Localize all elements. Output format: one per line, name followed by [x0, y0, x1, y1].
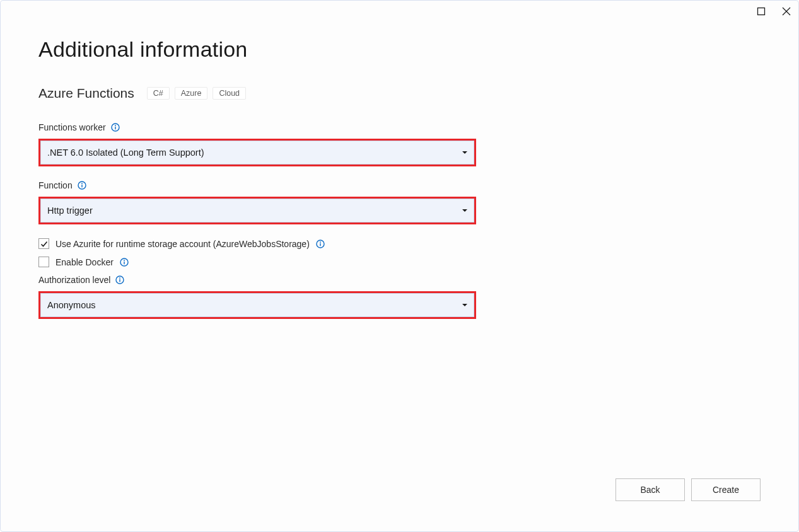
info-icon[interactable]	[120, 258, 129, 267]
authorization-level-dropdown[interactable]: Anonymous	[40, 293, 474, 317]
functions-worker-dropdown[interactable]: .NET 6.0 Isolated (Long Term Support)	[40, 141, 474, 165]
info-icon[interactable]	[78, 181, 86, 190]
svg-point-10	[320, 241, 321, 243]
chevron-down-icon	[462, 151, 467, 154]
functions-worker-value: .NET 6.0 Isolated (Long Term Support)	[47, 147, 204, 158]
svg-rect-0	[758, 8, 765, 15]
enable-docker-label: Enable Docker	[55, 257, 114, 267]
back-button-label: Back	[640, 485, 660, 495]
function-label: Function	[38, 180, 73, 190]
use-azurite-checkbox[interactable]	[38, 238, 49, 249]
authorization-level-label: Authorization level	[38, 275, 110, 285]
authorization-level-value: Anonymous	[47, 300, 96, 310]
function-value: Http trigger	[47, 205, 93, 216]
maximize-button[interactable]	[757, 7, 766, 18]
info-icon[interactable]	[115, 275, 124, 284]
chevron-down-icon	[462, 209, 467, 212]
tag-azure: Azure	[175, 87, 208, 100]
tag-cloud: Cloud	[213, 87, 246, 100]
create-button[interactable]: Create	[691, 478, 761, 501]
svg-point-13	[124, 260, 125, 261]
svg-rect-5	[115, 127, 115, 130]
create-button-label: Create	[713, 485, 739, 495]
back-button[interactable]: Back	[615, 478, 685, 501]
enable-docker-checkbox[interactable]	[38, 257, 49, 267]
svg-rect-17	[120, 279, 120, 282]
info-icon[interactable]	[111, 123, 120, 132]
function-dropdown[interactable]: Http trigger	[40, 199, 474, 223]
subtitle: Azure Functions	[38, 86, 134, 101]
chevron-down-icon	[462, 304, 467, 306]
page-title: Additional information	[38, 37, 761, 62]
svg-point-4	[115, 125, 116, 126]
svg-point-16	[120, 277, 121, 279]
info-icon[interactable]	[316, 240, 325, 248]
svg-rect-14	[124, 261, 124, 264]
close-button[interactable]	[782, 7, 791, 18]
svg-rect-11	[320, 243, 320, 246]
svg-rect-8	[81, 185, 82, 188]
use-azurite-label: Use Azurite for runtime storage account …	[55, 239, 310, 249]
functions-worker-label: Functions worker	[38, 122, 106, 132]
svg-point-7	[81, 183, 83, 184]
tag-csharp: C#	[147, 87, 170, 100]
